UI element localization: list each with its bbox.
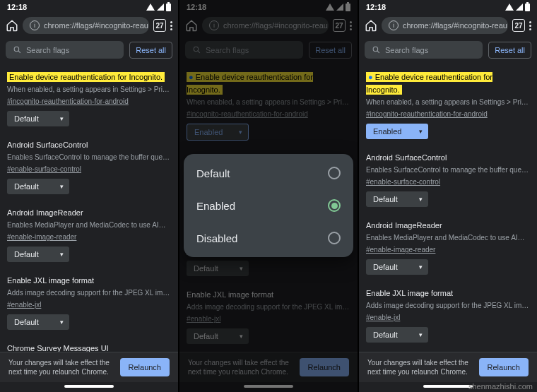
flag-jxl: Enable JXL image format Adds image decod… xyxy=(6,266,172,334)
dropdown-option-default[interactable]: Default xyxy=(184,157,353,189)
flag-value-select[interactable]: Default xyxy=(366,191,428,207)
flag-surface-control: Android SurfaceControl Enables SurfaceCo… xyxy=(365,143,531,211)
search-placeholder: Search flags xyxy=(26,46,69,54)
flag-anchor-link[interactable]: #enable-jxl xyxy=(366,314,400,321)
flag-title: Enable device reauthentication for Incog… xyxy=(7,72,165,82)
flag-value-dropdown: Default Enabled Disabled xyxy=(184,154,353,257)
flag-title: Android SurfaceControl xyxy=(7,141,88,149)
flag-anchor-link[interactable]: #enable-image-reader xyxy=(366,246,435,254)
flag-title: Enable device reauthentication for Incog… xyxy=(366,72,492,95)
flag-surface-control: Android SurfaceControl Enables SurfaceCo… xyxy=(6,131,172,198)
search-icon xyxy=(372,45,381,54)
flag-value-select[interactable]: Default xyxy=(7,111,69,126)
flag-image-reader: Android ImageReader Enables MediaPlayer … xyxy=(6,198,172,266)
flag-description: Enables MediaPlayer and MediaCodec to us… xyxy=(7,220,171,230)
flag-title: Android SurfaceControl xyxy=(366,153,447,162)
status-icons xyxy=(505,4,530,11)
flag-description: Enables MediaPlayer and MediaCodec to us… xyxy=(366,233,530,242)
home-button[interactable] xyxy=(6,19,18,32)
wifi-icon xyxy=(146,4,155,11)
browser-toolbar: i chrome://flags/#incognito-reau 27 xyxy=(0,14,178,37)
watermark-text: shenmazhishi.com xyxy=(468,382,533,391)
tabs-button[interactable]: 27 xyxy=(512,19,525,32)
search-flags-input[interactable]: Search flags xyxy=(365,41,483,59)
screenshot-1: 12:18 i chrome://flags/#incognito-reau 2… xyxy=(0,0,178,392)
url-bar[interactable]: i chrome://flags/#incognito-reau xyxy=(382,17,508,34)
flag-value-select[interactable]: Default xyxy=(7,179,69,194)
nav-handle[interactable] xyxy=(423,385,473,388)
search-flags-input[interactable]: Search flags xyxy=(6,41,124,59)
relaunch-button[interactable]: Relaunch xyxy=(479,358,529,376)
status-time: 12:18 xyxy=(366,3,386,11)
flag-image-reader: Android ImageReader Enables MediaPlayer … xyxy=(365,211,531,279)
relaunch-button[interactable]: Relaunch xyxy=(120,358,170,376)
url-text: chrome://flags/#incognito-reau xyxy=(44,21,148,30)
flag-description: When enabled, a setting appears in Setti… xyxy=(366,97,530,107)
site-info-icon[interactable]: i xyxy=(30,20,40,30)
status-bar: 12:18 xyxy=(359,0,537,14)
flag-survey-messages: Chrome Survey Messages UI When enabled, … xyxy=(365,347,531,352)
dropdown-option-enabled[interactable]: Enabled xyxy=(184,189,353,222)
flag-description: Adds image decoding support for the JPEG… xyxy=(7,288,171,297)
status-bar: 12:18 xyxy=(0,0,178,14)
flag-value-select[interactable]: Default xyxy=(366,259,428,275)
search-icon xyxy=(13,45,22,54)
option-label: Enabled xyxy=(196,200,235,212)
battery-icon xyxy=(166,4,171,11)
flag-value-select[interactable]: Enabled xyxy=(366,124,428,139)
radio-icon xyxy=(328,167,341,179)
option-label: Default xyxy=(196,167,230,179)
signal-icon xyxy=(516,4,523,11)
flag-jxl: Enable JXL image format Adds image decod… xyxy=(365,279,531,347)
flags-list: Enable device reauthentication for Incog… xyxy=(359,63,537,352)
radio-icon xyxy=(328,232,341,244)
wifi-icon xyxy=(505,4,514,11)
flag-title: Chrome Survey Messages UI xyxy=(7,344,109,352)
flag-title: Android ImageReader xyxy=(366,221,442,230)
screenshot-3: 12:18 i chrome://flags/#incognito-reau 2… xyxy=(359,0,537,392)
svg-line-5 xyxy=(377,51,379,53)
flag-incognito-reauth: Enable device reauthentication for Incog… xyxy=(6,63,172,131)
battery-icon xyxy=(525,4,530,11)
overflow-menu-button[interactable] xyxy=(170,21,172,30)
tabs-button[interactable]: 27 xyxy=(153,19,166,32)
screenshot-2: 12:18 i chrome://flags/#incognito-reau 2… xyxy=(179,0,358,392)
status-icons xyxy=(146,4,171,11)
option-label: Disabled xyxy=(196,232,237,244)
reset-all-button[interactable]: Reset all xyxy=(488,42,531,59)
flag-value-select[interactable]: Default xyxy=(366,327,428,343)
flag-anchor-link[interactable]: #enable-surface-control xyxy=(366,178,440,186)
home-button[interactable] xyxy=(365,19,377,32)
radio-selected-icon xyxy=(328,199,341,212)
browser-toolbar: i chrome://flags/#incognito-reau 27 xyxy=(359,14,537,37)
url-text: chrome://flags/#incognito-reau xyxy=(403,21,507,30)
flag-description: Adds image decoding support for the JPEG… xyxy=(366,301,530,310)
relaunch-text: Your changes will take effect the next t… xyxy=(8,358,113,376)
flag-anchor-link[interactable]: #incognito-reauthentication-for-android xyxy=(366,110,488,118)
search-placeholder: Search flags xyxy=(385,46,428,54)
flag-anchor-link[interactable]: #enable-surface-control xyxy=(7,165,81,173)
flag-description: Enables SurfaceControl to manage the buf… xyxy=(7,153,171,162)
flag-anchor-link[interactable]: #enable-image-reader xyxy=(7,233,76,241)
flag-title: Enable JXL image format xyxy=(7,276,94,285)
relaunch-footer: Your changes will take effect the next t… xyxy=(0,352,178,382)
dropdown-option-disabled[interactable]: Disabled xyxy=(184,222,353,254)
svg-point-0 xyxy=(14,47,19,52)
status-time: 12:18 xyxy=(7,3,27,11)
url-bar[interactable]: i chrome://flags/#incognito-reau xyxy=(23,17,149,34)
flag-anchor-link[interactable]: #incognito-reauthentication-for-android xyxy=(7,97,129,105)
flags-list: Enable device reauthentication for Incog… xyxy=(0,63,178,352)
search-bar-row: Search flags Reset all xyxy=(359,37,537,63)
reset-all-button[interactable]: Reset all xyxy=(129,42,172,59)
flag-title: Enable JXL image format xyxy=(366,289,453,297)
svg-point-4 xyxy=(373,47,378,52)
overflow-menu-button[interactable] xyxy=(529,21,531,30)
flag-description: Enables SurfaceControl to manage the buf… xyxy=(366,165,530,174)
flag-value-select[interactable]: Default xyxy=(7,314,69,330)
search-bar-row: Search flags Reset all xyxy=(0,37,178,63)
flag-value-select[interactable]: Default xyxy=(7,247,69,262)
flag-anchor-link[interactable]: #enable-jxl xyxy=(7,301,41,309)
site-info-icon[interactable]: i xyxy=(389,20,399,30)
relaunch-text: Your changes will take effect the next t… xyxy=(367,358,472,376)
nav-handle[interactable] xyxy=(64,385,114,388)
